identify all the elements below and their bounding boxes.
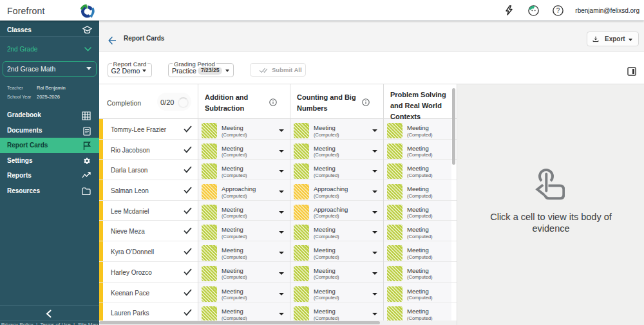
svg-text:?: ? (556, 7, 560, 14)
